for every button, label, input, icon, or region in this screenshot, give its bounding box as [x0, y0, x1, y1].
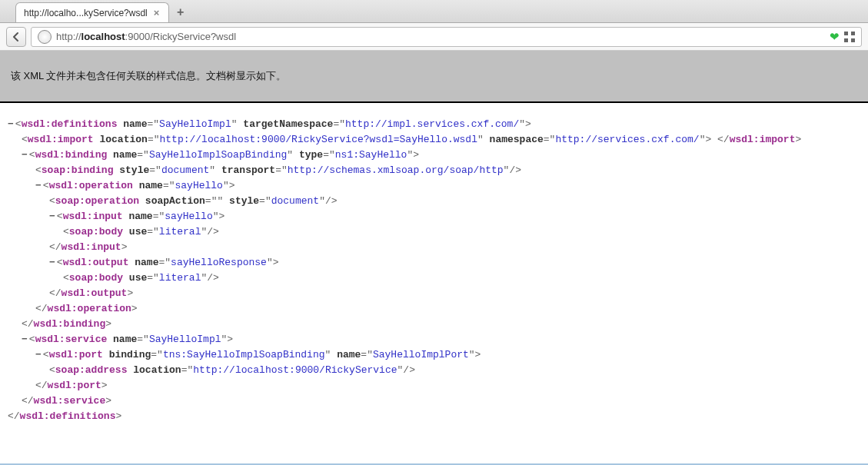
- xml-node-soap-address: <soap:address location="http://localhost…: [8, 363, 860, 378]
- xml-node-output-open: −<wsdl:output name="sayHelloResponse">: [8, 255, 860, 271]
- url-text: http://localhost:9000/RickyService?wsdl: [56, 31, 236, 42]
- toggle-icon[interactable]: −: [22, 149, 29, 161]
- close-tab-icon[interactable]: ×: [154, 7, 160, 18]
- xml-node-soap-body-out: <soap:body use="literal"/>: [8, 271, 860, 286]
- tab-bar: http://localho...kyService?wsdl × +: [0, 0, 868, 23]
- xml-node-service-open: −<wsdl:service name="SayHelloImpl">: [8, 332, 860, 347]
- xml-node-input-open: −<wsdl:input name="sayHello">: [8, 209, 860, 224]
- arrow-left-icon: [11, 32, 22, 42]
- xml-node-definitions-open: −<wsdl:definitions name="SayHelloImpl" t…: [8, 117, 860, 132]
- xml-node-import: <wsdl:import location="http://localhost:…: [8, 132, 860, 148]
- toggle-icon[interactable]: −: [49, 211, 57, 222]
- toggle-icon[interactable]: −: [35, 349, 43, 360]
- url-bar[interactable]: http://localhost:9000/RickyService?wsdl …: [31, 27, 862, 47]
- toggle-icon[interactable]: −: [8, 118, 15, 130]
- xml-node-soap-binding: <soap:binding style="document" transport…: [8, 163, 860, 178]
- xml-node-input-close: </wsdl:input>: [8, 240, 860, 255]
- xml-node-port-close: </wsdl:port>: [8, 378, 860, 394]
- xml-node-soap-operation: <soap:operation soapAction="" style="doc…: [8, 194, 860, 209]
- globe-icon: [38, 30, 52, 44]
- xml-notice: 该 XML 文件并未包含任何关联的样式信息。文档树显示如下。: [0, 51, 868, 103]
- xml-node-definitions-close: </wsdl:definitions>: [8, 409, 860, 424]
- toggle-icon[interactable]: −: [35, 180, 43, 191]
- xml-node-binding-close: </wsdl:binding>: [8, 317, 860, 332]
- xml-node-service-close: </wsdl:service>: [8, 394, 860, 409]
- shield-icon: ❤: [830, 30, 840, 44]
- xml-node-output-close: </wsdl:output>: [8, 286, 860, 301]
- toggle-icon[interactable]: −: [22, 334, 29, 345]
- tab-title: http://localho...kyService?wsdl: [24, 8, 148, 18]
- xml-node-port-open: −<wsdl:port binding="tns:SayHelloImplSoa…: [8, 347, 860, 363]
- browser-tab[interactable]: http://localho...kyService?wsdl ×: [15, 2, 169, 22]
- xml-node-binding-open: −<wsdl:binding name="SayHelloImplSoapBin…: [8, 148, 860, 163]
- toggle-icon[interactable]: −: [49, 257, 57, 268]
- qr-icon[interactable]: [844, 32, 855, 42]
- xml-tree-view[interactable]: −<wsdl:definitions name="SayHelloImpl" t…: [0, 103, 868, 463]
- xml-node-operation-open: −<wsdl:operation name="sayHello">: [8, 178, 860, 194]
- back-button[interactable]: [6, 27, 26, 47]
- notice-text: 该 XML 文件并未包含任何关联的样式信息。文档树显示如下。: [11, 70, 286, 81]
- new-tab-button[interactable]: +: [177, 2, 184, 22]
- xml-node-operation-close: </wsdl:operation>: [8, 301, 860, 317]
- xml-node-soap-body-in: <soap:body use="literal"/>: [8, 224, 860, 240]
- nav-bar: http://localhost:9000/RickyService?wsdl …: [0, 23, 868, 51]
